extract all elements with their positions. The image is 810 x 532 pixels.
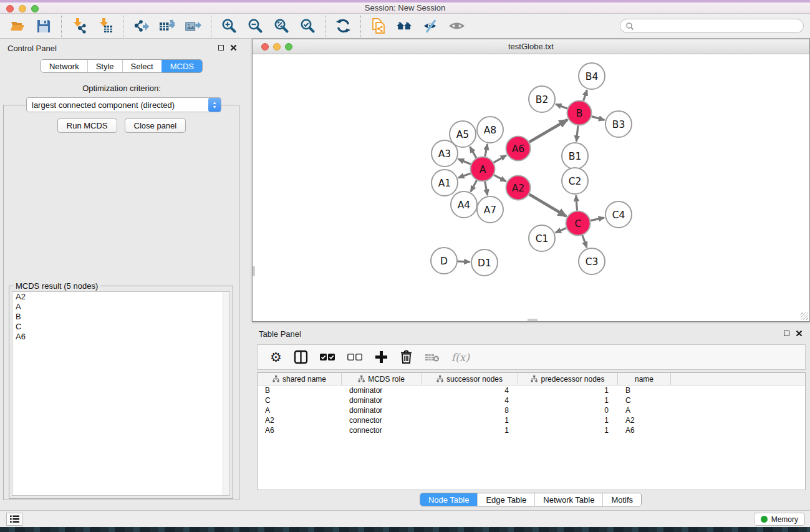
graph-node-B4[interactable]: B4 <box>579 63 605 89</box>
graph-node-B1[interactable]: B1 <box>562 143 588 169</box>
graph-edge-A-A8[interactable] <box>485 144 488 157</box>
zoom-in-icon[interactable] <box>220 17 238 35</box>
float-panel-icon[interactable] <box>218 45 224 51</box>
mcds-result-item[interactable]: B <box>12 312 229 322</box>
graph-node-C2[interactable]: C2 <box>562 168 588 194</box>
network-horizontal-scroll-thumb[interactable] <box>528 319 538 321</box>
graph-edge-B-B4[interactable] <box>584 90 587 100</box>
show-hidden-eye-icon[interactable] <box>448 17 466 35</box>
delete-table-icon[interactable] <box>425 349 440 365</box>
graph-node-D[interactable]: D <box>431 248 457 274</box>
network-vertical-scroll-thumb[interactable] <box>253 266 255 276</box>
mcds-result-item[interactable]: C <box>12 322 229 332</box>
cell[interactable]: A6 <box>618 426 671 435</box>
tab-style[interactable]: Style <box>87 60 122 72</box>
graph-edge-A-A7[interactable] <box>485 181 488 195</box>
cell[interactable]: C <box>258 396 342 405</box>
graph-edge-C-C1[interactable] <box>556 228 566 233</box>
task-history-button[interactable] <box>6 513 22 526</box>
function-builder-icon[interactable]: f(x) <box>451 349 470 365</box>
run-mcds-button[interactable]: Run MCDS <box>57 118 117 133</box>
graph-node-C3[interactable]: C3 <box>579 248 605 274</box>
tab-network-table[interactable]: Network Table <box>534 493 602 506</box>
graph-edge-C-C4[interactable] <box>591 218 604 221</box>
tab-motifs[interactable]: Motifs <box>602 493 641 506</box>
export-table-icon[interactable] <box>158 17 176 35</box>
delete-column-trash-icon[interactable] <box>400 349 413 365</box>
tab-network[interactable]: Network <box>41 60 87 72</box>
graph-node-A5[interactable]: A5 <box>450 121 476 147</box>
add-column-plus-icon[interactable] <box>375 349 388 365</box>
mcds-result-item[interactable]: A6 <box>12 332 229 342</box>
open-session-icon[interactable] <box>9 17 26 35</box>
network-canvas[interactable]: AA1A2A3A4A5A6A7A8BB1B2B3B4CC1C2C3C4DD1 <box>253 54 809 321</box>
refresh-icon[interactable] <box>334 17 352 35</box>
zoom-out-icon[interactable] <box>246 17 264 35</box>
graph-node-B[interactable]: B <box>567 101 592 125</box>
tab-node-table[interactable]: Node Table <box>420 493 478 506</box>
cell[interactable]: 0 <box>518 406 618 415</box>
column-header-MCDS-role[interactable]: MCDS role <box>342 373 422 385</box>
home-icon[interactable] <box>396 17 413 35</box>
graph-edge-A6-B[interactable] <box>529 120 567 142</box>
cell[interactable]: 1 <box>518 426 618 435</box>
cell[interactable]: connector <box>342 426 422 435</box>
column-header-shared-name[interactable]: shared name <box>258 373 342 385</box>
graph-edge-C-C2[interactable] <box>576 195 577 210</box>
graph-node-C[interactable]: C <box>566 211 591 236</box>
cell[interactable]: C <box>618 396 671 405</box>
close-panel-button[interactable]: Close panel <box>125 118 186 133</box>
graph-node-A6[interactable]: A6 <box>506 137 531 161</box>
graph-edge-B-B1[interactable] <box>576 125 578 141</box>
cell[interactable]: 8 <box>422 406 518 415</box>
network-graph[interactable]: AA1A2A3A4A5A6A7A8BB1B2B3B4CC1C2C3C4DD1 <box>253 54 809 321</box>
graph-edge-B-B2[interactable] <box>556 104 567 109</box>
graph-node-B2[interactable]: B2 <box>529 86 555 112</box>
mcds-result-item[interactable]: A2 <box>12 292 229 302</box>
search-input[interactable] <box>634 21 803 32</box>
cell[interactable]: B <box>618 386 671 395</box>
network-window-titlebar[interactable]: testGlobe.txt <box>253 39 809 54</box>
table-options-gear-icon[interactable]: ⚙ <box>270 349 282 365</box>
tab-mcds[interactable]: MCDS <box>162 60 202 72</box>
cell[interactable]: 1 <box>422 416 518 425</box>
column-header-predecessor-nodes[interactable]: predecessor nodes <box>518 373 618 385</box>
new-network-from-selection-icon[interactable] <box>370 17 387 35</box>
cell[interactable]: 4 <box>422 386 518 395</box>
table-row-A[interactable]: Adominator80A <box>258 405 805 415</box>
graph-node-A8[interactable]: A8 <box>477 117 503 143</box>
graph-node-A[interactable]: A <box>471 157 495 181</box>
cell[interactable]: A2 <box>618 416 671 425</box>
graph-edge-A-A5[interactable] <box>470 147 476 158</box>
graph-edge-A2-C[interactable] <box>529 194 566 216</box>
mcds-list-scrollbar[interactable] <box>223 292 229 495</box>
cell[interactable]: A <box>258 406 342 415</box>
export-image-icon[interactable] <box>185 17 202 35</box>
mcds-result-list[interactable]: A2ABCA6 <box>12 291 230 496</box>
optimization-criterion-dropdown[interactable]: largest connected component (directed) ▲… <box>26 97 221 112</box>
cell[interactable]: 1 <box>422 426 518 435</box>
graph-node-D1[interactable]: D1 <box>471 249 498 276</box>
memory-button[interactable]: Memory <box>754 513 805 526</box>
graph-edge-B-B3[interactable] <box>592 117 605 120</box>
tab-edge-table[interactable]: Edge Table <box>477 493 534 506</box>
cell[interactable]: 1 <box>518 416 618 425</box>
cell[interactable]: 1 <box>518 386 618 395</box>
graph-edge-C-C3[interactable] <box>582 235 587 248</box>
close-table-panel-icon[interactable] <box>796 330 803 337</box>
cell[interactable]: dominator <box>342 386 422 395</box>
graph-node-A2[interactable]: A2 <box>506 176 531 200</box>
select-all-icon[interactable] <box>320 349 335 365</box>
cell[interactable]: dominator <box>342 406 422 415</box>
graph-edge-A-A4[interactable] <box>471 180 477 191</box>
node-table[interactable]: shared nameMCDS rolesuccessor nodesprede… <box>257 372 806 490</box>
cell[interactable]: B <box>258 386 342 395</box>
cell[interactable]: 4 <box>422 396 518 405</box>
toolbar-search-field[interactable] <box>620 19 804 33</box>
table-row-A6[interactable]: A6connector11A6 <box>258 425 805 435</box>
window-resize-grip[interactable] <box>801 312 808 320</box>
cell[interactable]: 1 <box>518 396 618 405</box>
table-row-A2[interactable]: A2connector11A2 <box>258 415 805 425</box>
tab-select[interactable]: Select <box>122 60 162 72</box>
graph-edge-A-A2[interactable] <box>494 175 506 181</box>
